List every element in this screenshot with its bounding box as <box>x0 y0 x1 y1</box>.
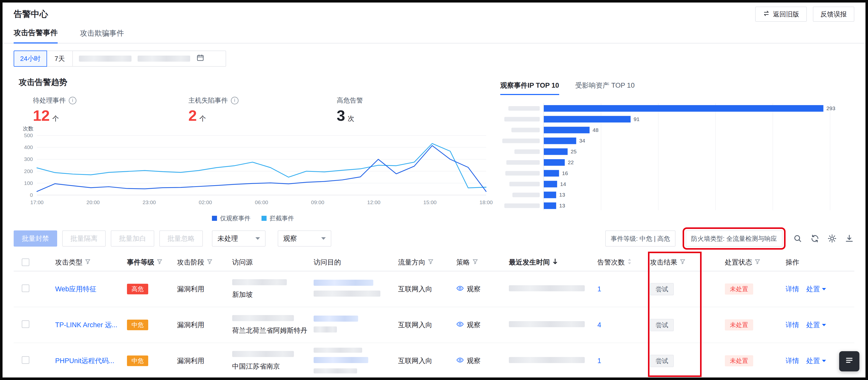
date-range-picker[interactable] <box>72 50 226 67</box>
tab-attack-deception-events[interactable]: 攻击欺骗事件 <box>80 28 124 43</box>
handle-link[interactable]: 处置 <box>806 284 820 293</box>
redacted-source-ip <box>232 351 294 357</box>
col-last-occurred-time[interactable]: 最近发生时间 <box>509 258 597 267</box>
col-attack-type[interactable]: 攻击类型 <box>55 258 127 267</box>
download-icon[interactable] <box>844 234 854 244</box>
attack-result-tag: 尝试 <box>650 355 674 367</box>
trend-panel: 攻击告警趋势 待处理事件 12 个 主机失陷事件 <box>14 69 492 222</box>
alert-count-link[interactable]: 4 <box>597 321 601 329</box>
severity-badge: 高危 <box>127 284 148 295</box>
time-range-7d-button[interactable]: 7天 <box>46 50 73 67</box>
detail-link[interactable]: 详情 <box>785 284 799 293</box>
col-alert-count[interactable]: 告警次数 <box>597 258 650 267</box>
redacted-timestamp <box>509 357 585 363</box>
return-old-version-button[interactable]: 返回旧版 <box>755 7 807 22</box>
batch-isolate-button[interactable]: 批量隔离 <box>62 231 106 247</box>
source-cell: 新加坡 <box>232 279 314 299</box>
chevron-down-icon[interactable] <box>822 324 826 326</box>
col-severity[interactable]: 事件等级 <box>127 258 177 267</box>
page-header: 告警中心 返回旧版 反馈误报 <box>3 3 865 26</box>
svg-text:12:00: 12:00 <box>367 199 381 205</box>
detail-link[interactable]: 详情 <box>785 320 799 330</box>
batch-block-button[interactable]: 批量封禁 <box>14 231 57 247</box>
redacted-destination-text <box>314 348 362 353</box>
col-traffic-direction[interactable]: 流量方向 <box>398 258 456 267</box>
col-actions: 操作 <box>785 258 854 267</box>
info-icon[interactable] <box>231 97 239 104</box>
detail-link[interactable]: 详情 <box>785 356 799 365</box>
time-range-24h-button[interactable]: 24小时 <box>14 50 47 67</box>
svg-text:14: 14 <box>560 181 566 187</box>
batch-ignore-button[interactable]: 批量忽略 <box>159 231 203 247</box>
chevron-down-icon[interactable] <box>822 288 826 290</box>
legend-swatch <box>212 216 217 221</box>
settings-gear-icon[interactable] <box>827 234 837 244</box>
policy-select[interactable]: 观察 <box>278 231 331 247</box>
filter-funnel-icon[interactable] <box>472 258 478 266</box>
legend-observe-events[interactable]: 仅观察事件 <box>212 214 250 222</box>
filter-funnel-icon[interactable] <box>680 258 685 266</box>
batch-whitelist-button[interactable]: 批量加白 <box>111 231 154 247</box>
tab-affected-assets-top10[interactable]: 受影响资产 TOP 10 <box>576 81 635 95</box>
col-handle-status[interactable]: 处置状态 <box>725 258 785 267</box>
tab-attack-alert-events[interactable]: 攻击告警事件 <box>14 28 58 43</box>
alert-count-link[interactable]: 1 <box>597 357 601 365</box>
col-attack-result[interactable]: 攻击结果 <box>650 258 725 267</box>
feedback-false-positive-button[interactable]: 反馈误报 <box>813 7 854 22</box>
row-checkbox[interactable] <box>22 284 29 292</box>
attack-stage-cell: 漏洞利用 <box>177 284 232 293</box>
stat-pending-events: 待处理事件 12 个 <box>33 96 188 124</box>
refresh-icon[interactable] <box>810 234 820 244</box>
stat-unit: 个 <box>199 114 206 123</box>
sorter-icon[interactable] <box>627 258 632 267</box>
sort-desc-icon[interactable] <box>552 258 558 267</box>
trend-title: 攻击告警趋势 <box>19 77 492 88</box>
policy-cell: 观察 <box>456 320 504 330</box>
info-icon[interactable] <box>69 97 76 104</box>
svg-text:06:00: 06:00 <box>255 199 268 205</box>
filter-tag-severity[interactable]: 事件等级: 中危 | 高危 <box>605 231 676 247</box>
handle-status-select[interactable]: 未处理 <box>212 231 266 247</box>
svg-text:400: 400 <box>24 144 33 150</box>
redacted-destination-text <box>314 290 380 297</box>
filter-funnel-icon[interactable] <box>157 258 162 266</box>
source-cell: 荷兰北荷兰省阿姆斯特丹 <box>232 315 314 335</box>
redacted-source-ip <box>232 279 287 285</box>
attack-type-link[interactable]: TP-LINK Archer 远... <box>55 321 117 329</box>
svg-text:500: 500 <box>24 132 33 138</box>
filter-tag-firewall-type[interactable]: 防火墙类型: 全流量检测与响应 <box>686 231 782 247</box>
table-row: PHPUnit远程代码... 中危 漏洞利用 中国江苏省南京 互联网入向 观察 … <box>14 343 854 379</box>
svg-text:20:00: 20:00 <box>87 199 100 205</box>
attack-type-link[interactable]: Web应用特征 <box>55 285 96 293</box>
redacted-start-date <box>79 56 131 62</box>
handle-link[interactable]: 处置 <box>806 356 820 365</box>
stat-high-risk-alerts: 高危告警 3 次 <box>337 96 492 124</box>
floating-list-button[interactable] <box>839 351 859 371</box>
attack-type-link[interactable]: PHPUnit远程代码... <box>55 357 114 365</box>
filter-funnel-icon[interactable] <box>85 258 91 266</box>
chevron-down-icon[interactable] <box>822 360 826 362</box>
tab-observe-ip-top10[interactable]: 观察事件IP TOP 10 <box>500 81 559 95</box>
select-all-checkbox[interactable] <box>22 258 29 266</box>
filter-funnel-icon[interactable] <box>428 258 433 266</box>
row-checkbox[interactable] <box>22 356 29 364</box>
table-header-row: 攻击类型 事件等级 攻击阶段 访问源 访问目的 流量方向 策略 最 <box>14 254 854 271</box>
col-policy[interactable]: 策略 <box>456 258 509 267</box>
legend-blocked-events[interactable]: 拦截事件 <box>261 214 294 222</box>
search-icon[interactable] <box>793 234 803 244</box>
svg-text:300: 300 <box>24 156 33 162</box>
col-attack-stage[interactable]: 攻击阶段 <box>177 258 232 267</box>
filter-funnel-icon[interactable] <box>207 258 212 266</box>
handle-link[interactable]: 处置 <box>806 320 820 330</box>
main-tabs: 攻击告警事件 攻击欺骗事件 <box>3 26 865 43</box>
filter-funnel-icon[interactable] <box>755 258 760 266</box>
svg-text:18:00: 18:00 <box>479 199 493 205</box>
top10-tabs: 观察事件IP TOP 10 受影响资产 TOP 10 <box>500 81 854 95</box>
redacted-destination-text <box>314 326 337 333</box>
policy-cell: 观察 <box>456 284 504 293</box>
destination-cell <box>314 347 398 375</box>
alert-count-link[interactable]: 1 <box>597 285 601 293</box>
severity-badge: 中危 <box>127 320 148 330</box>
row-checkbox[interactable] <box>22 320 29 328</box>
stat-cards: 待处理事件 12 个 主机失陷事件 2 个 <box>33 96 492 124</box>
